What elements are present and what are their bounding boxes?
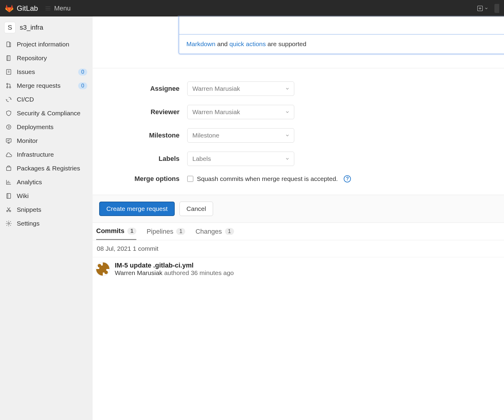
cancel-button[interactable]: Cancel (179, 202, 213, 216)
merge-request-icon (5, 82, 12, 89)
gitlab-logo-icon (5, 4, 14, 13)
action-bar: Create merge request Cancel (93, 195, 504, 223)
sidebar-item-issues[interactable]: Issues0 (0, 65, 93, 79)
sidebar-item-wiki[interactable]: Wiki (0, 189, 93, 203)
assignee-label: Assignee (93, 85, 179, 93)
svg-point-12 (8, 223, 10, 224)
sidebar-item-label: Snippets (17, 206, 87, 213)
reviewer-select[interactable]: Warren Marusiak (187, 105, 294, 119)
svg-rect-8 (7, 167, 11, 170)
tab-label: Commits (96, 227, 124, 235)
svg-point-3 (7, 83, 8, 85)
reviewer-value: Warren Marusiak (192, 108, 240, 116)
project-avatar: S (4, 22, 16, 33)
commit-meta: Warren Marusiak authored 36 minutes ago (115, 269, 234, 277)
new-dropdown[interactable] (477, 5, 488, 11)
topbar: GitLab Menu (0, 0, 504, 16)
squash-label: Squash commits when merge request is acc… (197, 175, 338, 182)
sidebar-item-monitor[interactable]: Monitor (0, 134, 93, 148)
milestone-select[interactable]: Milestone (187, 128, 294, 143)
merge-options-label: Merge options (93, 175, 179, 183)
tab-count: 1 (127, 228, 136, 235)
milestone-row: Milestone Milestone (93, 128, 504, 143)
commit-authored-text: authored (162, 269, 191, 276)
labels-label: Labels (93, 155, 179, 163)
create-merge-request-button[interactable]: Create merge request (99, 202, 175, 216)
description-editor[interactable]: Markdown and quick actions are supported (179, 16, 504, 54)
repository-icon (5, 55, 12, 61)
chevron-down-icon (285, 110, 290, 114)
sidebar-item-settings[interactable]: Settings (0, 217, 93, 230)
help-icon[interactable]: ? (344, 175, 351, 182)
labels-select[interactable]: Labels (187, 152, 294, 166)
milestone-label: Milestone (93, 132, 179, 139)
project-name: s3_infra (20, 24, 43, 31)
sidebar-item-label: Security & Compliance (17, 110, 87, 117)
reviewer-row: Reviewer Warren Marusiak (93, 105, 504, 119)
sidebar-item-label: Issues (17, 68, 73, 75)
assignee-select[interactable]: Warren Marusiak (187, 81, 294, 96)
commit-time: 36 minutes ago (191, 269, 234, 276)
sidebar-item-snippets[interactable]: Snippets (0, 203, 93, 217)
svg-rect-2 (7, 70, 11, 75)
tab-pipelines[interactable]: Pipelines1 (147, 227, 185, 240)
brand[interactable]: GitLab (5, 4, 38, 13)
sidebar-nav: Project information Repository Issues0 M… (0, 37, 93, 230)
commit-info: IM-5 update .gitlab-ci.yml Warren Marusi… (115, 262, 234, 277)
sidebar-item-label: Packages & Registries (17, 165, 87, 172)
svg-rect-9 (7, 194, 11, 199)
sidebar-item-security[interactable]: Security & Compliance (0, 106, 93, 120)
infrastructure-icon (5, 151, 12, 158)
labels-value: Labels (192, 155, 211, 162)
shield-icon (5, 110, 12, 117)
commit-row[interactable]: IM-5 update .gitlab-ci.yml Warren Marusi… (93, 257, 504, 281)
svg-point-10 (7, 210, 8, 212)
quick-actions-link[interactable]: quick actions (230, 40, 266, 47)
menu-button[interactable]: Menu (45, 4, 71, 12)
cicd-icon (5, 96, 12, 103)
hint-and: and (215, 40, 230, 47)
sidebar-item-deployments[interactable]: Deployments (0, 120, 93, 134)
hamburger-icon (45, 5, 51, 12)
squash-checkbox[interactable] (187, 176, 193, 182)
sidebar-item-label: Merge requests (17, 82, 73, 89)
tab-label: Pipelines (147, 228, 173, 235)
deployments-icon (5, 124, 12, 130)
brand-text: GitLab (17, 4, 38, 13)
sidebar-item-project-information[interactable]: Project information (0, 37, 93, 51)
gear-icon (5, 220, 12, 227)
sidebar-item-infrastructure[interactable]: Infrastructure (0, 148, 93, 161)
tabs: Commits1 Pipelines1 Changes1 (93, 223, 504, 240)
sidebar-item-merge-requests[interactable]: Merge requests0 (0, 79, 93, 93)
milestone-value: Milestone (192, 132, 219, 139)
sidebar-badge: 0 (78, 69, 87, 75)
menu-label: Menu (54, 4, 71, 12)
labels-row: Labels Labels (93, 152, 504, 166)
sidebar-item-label: Wiki (17, 192, 87, 200)
sidebar-item-packages[interactable]: Packages & Registries (0, 161, 93, 175)
commit-date: 08 Jul, 2021 (97, 245, 131, 252)
editor-textarea-area[interactable] (179, 16, 504, 34)
sidebar-item-repository[interactable]: Repository (0, 51, 93, 65)
project-header[interactable]: S s3_infra (0, 19, 93, 37)
avatar (96, 262, 110, 276)
assignee-row: Assignee Warren Marusiak (93, 81, 504, 96)
hint-tail: are supported (266, 40, 306, 47)
topbar-right (477, 4, 499, 13)
assignee-value: Warren Marusiak (192, 85, 240, 92)
tab-commits[interactable]: Commits1 (96, 227, 136, 240)
svg-point-6 (7, 125, 11, 129)
sidebar-item-analytics[interactable]: Analytics (0, 175, 93, 189)
topbar-stub (494, 4, 499, 13)
sidebar-item-label: Infrastructure (17, 151, 87, 158)
main-content: Markdown and quick actions are supported… (93, 16, 504, 420)
sidebar-item-cicd[interactable]: CI/CD (0, 93, 93, 106)
markdown-link[interactable]: Markdown (186, 40, 215, 47)
tab-changes[interactable]: Changes1 (195, 227, 234, 240)
wiki-icon (5, 193, 12, 199)
svg-rect-1 (7, 42, 10, 47)
chevron-down-icon (285, 86, 290, 91)
analytics-icon (5, 179, 12, 185)
monitor-icon (5, 138, 12, 144)
issues-icon (5, 69, 12, 75)
